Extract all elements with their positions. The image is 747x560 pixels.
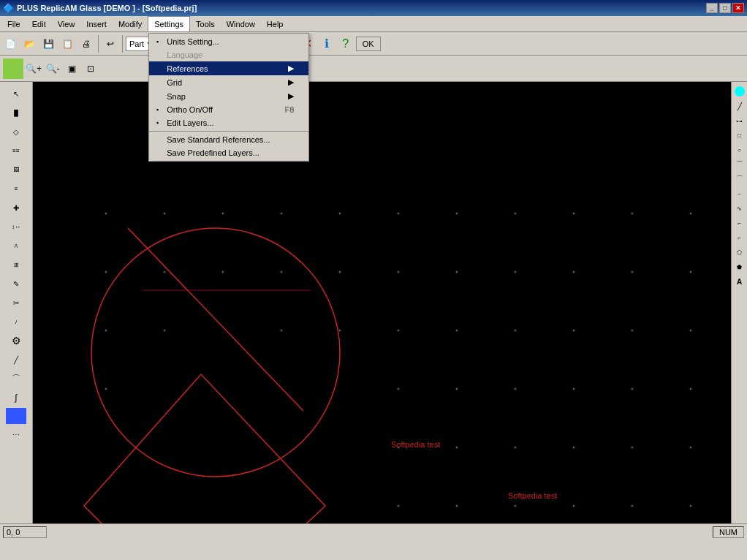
menu-edit[interactable]: Edit [26,16,52,31]
icon-zoom-in[interactable]: 🔍+ [25,60,42,77]
right-chamfer-tool[interactable]: ⌐ [733,231,746,244]
menu-window[interactable]: Window [221,16,261,31]
tool-4[interactable]: ≡ [4,180,29,197]
svg-point-34 [456,388,458,390]
open-button[interactable]: 📂 [20,35,38,53]
menu-ortho-onoff[interactable]: ▪ Ortho On/Off F8 [149,103,308,116]
right-arc2-tool[interactable]: ⌒ [733,173,746,186]
canvas-area[interactable]: /* dots rendered via JS below */ [33,82,731,523]
save-button[interactable]: 💾 [39,35,57,53]
tool-3[interactable]: ≡≡ [4,142,29,159]
menu-snap[interactable]: Snap ▶ [149,89,308,103]
tool-2[interactable]: ◇ [4,123,29,140]
right-arc-tool[interactable]: ⌒ [733,158,746,171]
svg-point-6 [456,213,458,215]
svg-point-14 [281,271,283,273]
menu-bar: File Edit View Insert Modify Settings ▪ … [0,16,747,32]
ok-button[interactable]: OK [356,37,381,51]
icon-green-square[interactable] [3,58,23,79]
menu-help[interactable]: Help [261,16,289,31]
svg-point-23 [164,330,166,332]
svg-point-0 [105,213,107,215]
tool-blue-square[interactable] [6,408,26,424]
tool-8[interactable]: ✎ [4,275,29,292]
tool-6[interactable]: ↕↔ [4,218,29,235]
tool-13[interactable]: ⌒ [4,370,29,387]
right-rect-tool[interactable]: □ [733,129,746,142]
svg-point-41 [515,447,517,449]
menu-grid[interactable]: Grid ▶ [149,75,308,89]
right-spline-tool[interactable]: ~ [733,187,746,200]
minimize-button[interactable]: _ [706,3,718,13]
svg-point-1 [164,213,166,215]
menu-references[interactable]: References ▶ [149,61,308,75]
svg-point-11 [105,271,107,273]
svg-point-48 [573,505,575,507]
icon-toolbar: 🔍+ 🔍- ▣ ⊡ [0,56,747,82]
icon-select[interactable]: ▣ [63,60,80,77]
status-coords: 0, 0 [3,526,47,538]
right-point-tool[interactable]: •-• [733,114,746,127]
menu-tools[interactable]: Tools [190,16,221,31]
restore-button[interactable]: □ [719,3,731,13]
right-cyan-dot[interactable] [733,85,746,98]
menu-modify[interactable]: Modify [113,16,148,31]
tool-image[interactable]: 🖼 [4,161,29,178]
svg-point-27 [456,330,458,332]
svg-point-35 [515,388,517,390]
icon-zoom-out[interactable]: 🔍- [44,60,61,77]
menu-units-setting[interactable]: ▪ Units Setting... [149,35,308,48]
menu-insert[interactable]: Insert [80,16,113,31]
info-button[interactable]: ℹ [318,35,335,53]
units-icon: ▪ [152,37,162,47]
canvas-text-2: Softpedia test [508,491,557,500]
help-button[interactable]: ? [337,35,354,53]
menu-save-predefined-layers[interactable]: Save Predefined Layers... [149,146,308,159]
svg-point-21 [690,271,692,273]
svg-point-5 [398,213,400,215]
undo-button[interactable]: ↩ [102,35,119,53]
right-text-tool[interactable]: A [733,275,746,288]
new-button[interactable]: 📄 [1,35,19,53]
tool-15[interactable]: ⋯ [4,425,29,443]
print-button[interactable]: 🖨 [77,35,95,53]
menu-view[interactable]: View [52,16,81,31]
svg-point-28 [515,330,517,332]
status-bar: 0, 0 NUM [0,523,747,540]
title-bar: 🔷 PLUS ReplicAM Glass [DEMO ] - [Softped… [0,0,747,16]
menu-settings[interactable]: Settings ▪ Units Setting... Language Ref… [148,16,190,31]
right-circle-tool[interactable]: ○ [733,143,746,156]
tool-select[interactable]: ↖ [4,85,29,102]
menu-save-standard-refs[interactable]: Save Standard References... [149,131,308,146]
right-fillet-tool[interactable]: ⌐ [733,216,746,230]
tool-grid-small[interactable]: ⊞ [4,256,29,273]
svg-point-31 [690,330,692,332]
svg-point-32 [105,388,107,390]
tool-10[interactable]: / [4,313,29,330]
right-polyline-tool[interactable]: ⬟ [733,260,746,273]
tool-7[interactable]: /\ [4,237,29,254]
right-spline2-tool[interactable]: ∿ [733,202,746,215]
svg-point-29 [573,330,575,332]
menu-edit-layers[interactable]: ▪ Edit Layers... [149,116,308,129]
tool-5[interactable]: ✚ [4,199,29,216]
svg-point-46 [456,505,458,507]
right-polygon-tool[interactable]: ⬠ [733,246,746,259]
menu-file[interactable]: File [1,16,26,31]
right-line-tool[interactable]: ╱ [733,99,746,113]
tool-9[interactable]: ✂ [4,294,29,311]
svg-point-9 [632,213,634,215]
svg-point-13 [222,271,224,273]
save-as-button[interactable]: 📋 [58,35,76,53]
svg-point-20 [632,271,634,273]
svg-point-45 [398,505,400,507]
tool-14[interactable]: ∫ [4,389,29,406]
tool-1[interactable]: ▐▌ [4,104,29,121]
close-button[interactable]: ✕ [732,3,744,13]
svg-point-37 [632,388,634,390]
tool-11[interactable]: ⚙ [4,332,29,349]
icon-zoom-fit[interactable]: ⊡ [82,60,99,77]
tool-12[interactable]: ╱ [4,351,29,368]
svg-point-3 [281,213,283,215]
snap-arrow: ▶ [281,91,294,101]
